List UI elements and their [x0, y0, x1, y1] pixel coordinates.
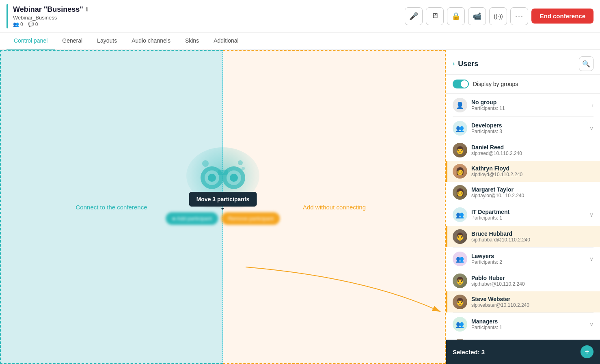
group-name-it-department: IT Department	[471, 209, 585, 215]
user-name-pablo-huber: Pablo Huber	[471, 275, 594, 281]
user-info-steve-webster: Steve Webster sip:webster@10.110.2.240	[471, 296, 594, 308]
user-item-pablo-huber[interactable]: 👨 Pablo Huber sip:huber@10.110.2.240	[446, 270, 600, 291]
avatar-pablo-huber: 👨	[453, 274, 467, 288]
add-label[interactable]: Add without connecting	[303, 204, 366, 211]
user-name-bruce-hubbard: Bruce Hubbard	[471, 230, 594, 237]
camera-button[interactable]: 📹	[468, 7, 486, 25]
tab-layouts[interactable]: Layouts	[90, 32, 124, 50]
group-it-department[interactable]: 👥 IT Department Participants: 1 ∨	[446, 203, 600, 226]
group-icon-developers: 👥	[453, 121, 467, 136]
connect-label[interactable]: Connect to the conference	[76, 204, 147, 211]
webinar-stats: 👥 0 💬 0	[13, 22, 405, 27]
user-item-kathryn-floyd[interactable]: 👩 Kathryn Floyd sip:floyd@10.110.2.240	[446, 161, 600, 182]
sidebar-chevron-icon: ›	[453, 60, 455, 67]
user-info-margaret-taylor: Margaret Taylor sip:taylor@10.110.2.240	[471, 186, 594, 198]
tab-audio-channels[interactable]: Audio channels	[124, 32, 178, 50]
user-name-margaret-taylor: Margaret Taylor	[471, 186, 594, 193]
tab-control-panel[interactable]: Control panel	[6, 32, 55, 50]
more-button[interactable]: ···	[510, 7, 528, 25]
sidebar-title: › Users	[453, 60, 478, 68]
svg-point-5	[230, 174, 238, 182]
display-by-groups-toggle[interactable]	[453, 80, 469, 88]
svg-point-2	[208, 174, 216, 182]
sidebar-bottom: Selected: 3 +	[446, 340, 600, 364]
group-count-no-group: Participants: 11	[471, 106, 587, 111]
group-name-managers: Managers	[471, 318, 585, 325]
header: Webinar "Business" ℹ Webinar_Business 👥 …	[0, 0, 600, 32]
group-count-developers: Participants: 3	[471, 129, 585, 134]
group-name-lawyers: Lawyers	[471, 253, 585, 259]
user-item-deborah-humphrey[interactable]: 👩 Deborah Humphrey sip:humphrey@10.110.2…	[446, 336, 600, 340]
group-info-developers: Developers Participants: 3	[471, 122, 585, 134]
group-name-developers: Developers	[471, 122, 585, 129]
header-right: 🎤 🖥 🔒 📹 ((·)) ··· End conference	[405, 7, 594, 25]
user-info-daniel-reed: Daniel Reed sip:reed@10.110.2.240	[471, 144, 594, 156]
sidebar: › Users 🔍 Display by groups 👤 No group P…	[446, 50, 600, 364]
group-chevron-developers[interactable]: ∨	[589, 125, 594, 131]
webinar-title-text: Webinar "Business"	[13, 5, 83, 14]
sidebar-header: › Users 🔍	[446, 50, 600, 75]
user-name-steve-webster: Steve Webster	[471, 296, 594, 302]
brand-bar	[6, 4, 8, 28]
mic-button[interactable]: 🎤	[405, 7, 423, 25]
tab-skins[interactable]: Skins	[178, 32, 206, 50]
add-plus-button[interactable]: +	[581, 345, 594, 358]
toggle-row: Display by groups	[446, 75, 600, 94]
user-sip-daniel-reed: sip:reed@10.110.2.240	[471, 151, 594, 156]
group-count-lawyers: Participants: 2	[471, 259, 585, 265]
group-no-group[interactable]: 👤 No group Participants: 11 ‹	[446, 94, 600, 116]
selected-count-label: Selected: 3	[453, 349, 485, 355]
user-item-daniel-reed[interactable]: 👨 Daniel Reed sip:reed@10.110.2.240	[446, 140, 600, 161]
avatar-steve-webster: 👨	[453, 295, 467, 309]
move-tooltip: Move 3 participants	[189, 192, 257, 207]
toggle-label: Display by groups	[473, 81, 518, 87]
webinar-filename: Webinar_Business	[13, 15, 405, 21]
binocular-icon	[196, 155, 249, 196]
end-conference-button[interactable]: End conference	[531, 9, 594, 24]
tab-additional[interactable]: Additional	[206, 32, 246, 50]
group-lawyers[interactable]: 👥 Lawyers Participants: 2 ∨	[446, 248, 600, 270]
canvas-area: Connect to the conference Add without co…	[0, 50, 446, 364]
tabs-bar: Control panel General Layouts Audio chan…	[0, 32, 600, 50]
signal-button[interactable]: ((·))	[489, 7, 507, 25]
webinar-title: Webinar "Business" ℹ	[13, 5, 405, 14]
search-button[interactable]: 🔍	[579, 56, 594, 71]
user-sip-pablo-huber: sip:huber@10.110.2.240	[471, 281, 594, 287]
header-left: Webinar "Business" ℹ Webinar_Business 👥 …	[13, 5, 405, 27]
tab-general[interactable]: General	[55, 32, 90, 50]
group-icon-managers: 👥	[453, 317, 467, 332]
group-info-no-group: No group Participants: 11	[471, 99, 587, 111]
sidebar-title-text: Users	[458, 60, 478, 68]
group-managers[interactable]: 👥 Managers Participants: 1 ∨	[446, 313, 600, 336]
info-icon[interactable]: ℹ	[86, 6, 88, 13]
avatar-bruce-hubbard: 👨	[453, 229, 467, 244]
group-icon-it-department: 👥	[453, 207, 467, 222]
user-list: 👤 No group Participants: 11 ‹ 👥 Develope…	[446, 94, 600, 340]
user-info-bruce-hubbard: Bruce Hubbard sip:hubbard@10.110.2.240	[471, 230, 594, 243]
avatar-margaret-taylor: 👩	[453, 185, 467, 200]
remove-participant-button[interactable]: Remove participant	[222, 212, 280, 225]
group-chevron-managers[interactable]: ∨	[589, 321, 594, 327]
group-chevron-no-group[interactable]: ‹	[591, 102, 594, 108]
messages-stat: 💬 0	[28, 22, 38, 27]
user-item-margaret-taylor[interactable]: 👩 Margaret Taylor sip:taylor@10.110.2.24…	[446, 182, 600, 203]
svg-point-8	[238, 160, 243, 165]
group-chevron-it[interactable]: ∨	[589, 211, 594, 218]
svg-point-7	[202, 160, 209, 167]
user-info-pablo-huber: Pablo Huber sip:huber@10.110.2.240	[471, 275, 594, 287]
user-item-steve-webster[interactable]: 👨 Steve Webster sip:webster@10.110.2.240	[446, 291, 600, 312]
group-count-it-department: Participants: 1	[471, 215, 585, 221]
lock-button[interactable]: 🔒	[447, 7, 465, 25]
group-chevron-lawyers[interactable]: ∨	[589, 256, 594, 262]
screen-button[interactable]: 🖥	[426, 7, 444, 25]
group-name-no-group: No group	[471, 99, 587, 106]
user-item-bruce-hubbard[interactable]: 👨 Bruce Hubbard sip:hubbard@10.110.2.240	[446, 226, 600, 247]
user-sip-kathryn-floyd: sip:floyd@10.110.2.240	[471, 172, 594, 177]
group-info-it-department: IT Department Participants: 1	[471, 209, 585, 221]
avatar-kathryn-floyd: 👩	[453, 164, 467, 179]
group-developers[interactable]: 👥 Developers Participants: 3 ∨	[446, 117, 600, 140]
add-participant-button[interactable]: ● Add participant	[166, 212, 218, 225]
user-name-kathryn-floyd: Kathryn Floyd	[471, 165, 594, 172]
group-info-lawyers: Lawyers Participants: 2	[471, 253, 585, 265]
svg-rect-6	[218, 170, 228, 175]
